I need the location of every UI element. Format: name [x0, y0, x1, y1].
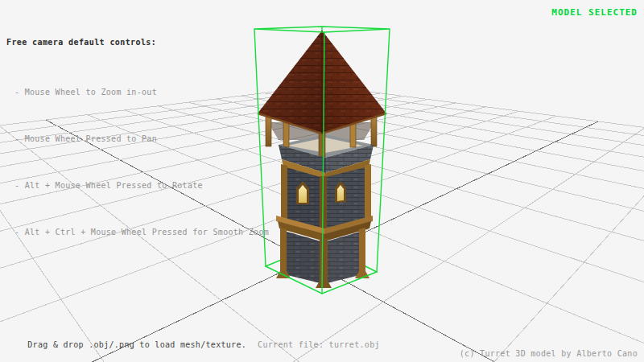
- selection-edge-right-vertical: [377, 29, 390, 272]
- current-file-label: Current file: turret.obj: [258, 340, 380, 349]
- camera-controls-help: Free camera default controls: - Mouse Wh…: [6, 7, 269, 271]
- control-item-zoom: - Mouse Wheel to Zoom in-out: [6, 84, 269, 101]
- viewport-3d[interactable]: Free camera default controls: - Mouse Wh…: [0, 0, 644, 362]
- drag-drop-hint: Drag & drop .obj/.png to load mesh/textu…: [27, 340, 246, 349]
- credit-label: (c) Turret 3D model by Alberto Cano: [460, 349, 638, 358]
- controls-title: Free camera default controls:: [6, 38, 269, 47]
- control-item-smooth-zoom: - Alt + Ctrl + Mouse Wheel Pressed for S…: [6, 224, 269, 241]
- status-badge: MODEL SELECTED: [551, 7, 638, 18]
- control-item-rotate: - Alt + Mouse Wheel Pressed to Rotate: [6, 178, 269, 194]
- footer-hint: Drag & drop .obj/.png to load mesh/textu…: [7, 331, 380, 358]
- control-item-pan: - Mouse Wheel Pressed to Pan: [6, 131, 269, 147]
- roof: [258, 31, 386, 134]
